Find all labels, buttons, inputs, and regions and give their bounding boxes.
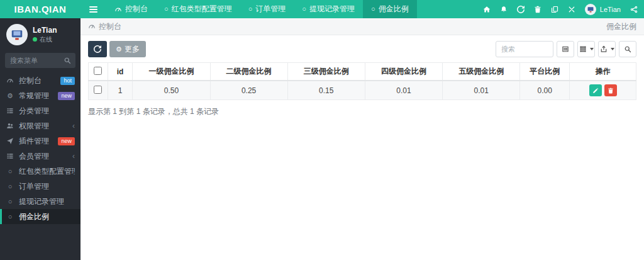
caret-down-icon [611,48,614,50]
sidebar-avatar [6,24,28,45]
sidebar-item-redpacket-config[interactable]: ○ 红包类型配置管理 [0,164,80,179]
search-icon [64,57,71,64]
user-avatar [585,4,596,15]
users-icon [6,122,14,130]
chevron-left-icon: ‹ [72,122,75,130]
list-icon [6,107,14,115]
table-search-input[interactable] [496,41,553,57]
cell-id: 1 [108,81,133,100]
sidebar-item-orders[interactable]: ○ 订单管理 [0,179,80,194]
paper-plane-icon [6,137,14,145]
page-title: 佣金比例 [606,21,636,32]
cell-level4-ratio: 0.01 [365,81,442,100]
column-header-level4[interactable]: 四级佣金比例 [365,63,442,81]
home-icon[interactable] [483,6,491,13]
dashboard-icon [114,6,122,13]
circle-icon: ○ [371,6,375,13]
sidebar-item-general[interactable]: ⚙ 常规管理 new [0,88,80,103]
sidebar-user-panel[interactable]: LeTian 在线 [0,18,80,52]
circle-icon: ○ [164,6,169,13]
main-content: 控制台 佣金比例 ⚙更多 id 一级佣金比例 [80,18,644,260]
top-tabs: 控制台 ○ 红包类型配置管理 ○ 订单管理 ○ 提现记录管理 ○ 佣金比例 [80,0,477,18]
sidebar-menu: 控制台 hot ⚙ 常规管理 new 分类管理 权限管理 ‹ 插件管理 new … [0,73,80,224]
column-header-actions: 操作 [570,63,636,81]
tab-label: 提现记录管理 [309,4,355,14]
table-row: 1 0.50 0.25 0.15 0.01 0.01 0.00 [89,81,636,100]
pagination-summary: 显示第 1 到第 1 条记录，总共 1 条记录 [88,106,636,117]
tab-commission-ratio[interactable]: ○ 佣金比例 [363,0,417,18]
sidebar-user-status: 在线 [33,35,57,44]
tab-label: 控制台 [125,4,148,14]
sidebar-item-members[interactable]: 会员管理 ‹ [0,149,80,164]
search-button[interactable] [619,41,636,57]
dashboard-icon [6,77,14,84]
share-icon[interactable] [630,6,638,13]
delete-button[interactable] [604,84,617,96]
dashboard-icon [88,23,96,30]
chevron-left-icon: ‹ [72,152,75,161]
menu-search [5,53,75,68]
sidebar: LeTian 在线 控制台 hot ⚙ 常规管理 new 分类管理 权限管理 ‹ [0,18,80,260]
trash-icon[interactable] [534,6,541,13]
cell-level1-ratio: 0.50 [133,81,210,100]
tab-dashboard[interactable]: 控制台 [106,0,156,18]
tab-label: 红包类型配置管理 [172,4,232,14]
online-dot-icon [33,37,37,42]
commission-table: id 一级佣金比例 二级佣金比例 三级佣金比例 四级佣金比例 五级佣金比例 平台… [88,62,636,100]
gears-icon: ⚙ [6,93,14,99]
topbar-actions: LeTian [477,0,644,18]
circle-icon: ○ [6,183,14,190]
edit-button[interactable] [589,84,602,96]
circle-icon: ○ [6,167,14,175]
tab-withdraw-records[interactable]: ○ 提现记录管理 [294,0,363,18]
circle-icon: ○ [248,6,253,13]
row-checkbox[interactable] [94,86,102,94]
caret-down-icon [590,48,594,50]
list-icon [6,152,14,160]
breadcrumb-label: 控制台 [99,21,121,32]
fullscreen-icon[interactable] [568,6,575,13]
breadcrumb: 控制台 佣金比例 [80,18,644,35]
sidebar-item-category[interactable]: 分类管理 [0,103,80,118]
app-logo: IBAN.QIAN [0,0,80,18]
column-header-level3[interactable]: 三级佣金比例 [287,63,365,81]
tab-orders[interactable]: ○ 订单管理 [240,0,294,18]
cell-platform-ratio: 0.00 [520,81,570,100]
cell-level3-ratio: 0.15 [287,81,365,100]
tab-redpacket-config[interactable]: ○ 红包类型配置管理 [156,0,240,18]
cell-level5-ratio: 0.01 [443,81,520,100]
sidebar-item-withdraw-records[interactable]: ○ 提现记录管理 [0,194,80,209]
more-button[interactable]: ⚙更多 [109,41,146,57]
sidebar-user-name: LeTian [33,26,57,35]
new-badge: new [58,92,75,100]
tab-label: 佣金比例 [379,4,409,14]
bell-icon[interactable] [500,6,508,13]
sidebar-item-commission-ratio[interactable]: ○ 佣金比例 [0,209,80,224]
copy-icon[interactable] [551,6,558,13]
column-header-platform[interactable]: 平台比例 [520,63,570,81]
cell-level2-ratio: 0.25 [210,81,287,100]
panel: ⚙更多 id 一级佣金比例 二级佣金比例 三级佣金比例 四级佣金比例 五 [80,35,644,123]
sidebar-item-permissions[interactable]: 权限管理 ‹ [0,118,80,133]
select-all-checkbox[interactable] [94,67,102,75]
hot-badge: hot [60,77,75,85]
refresh-icon[interactable] [517,6,525,13]
circle-icon: ○ [302,6,306,13]
sidebar-toggle-icon[interactable] [80,0,106,18]
sidebar-item-plugins[interactable]: 插件管理 new [0,133,80,149]
circle-icon: ○ [6,213,14,220]
columns-button[interactable] [577,41,595,57]
new-badge: new [58,137,75,145]
sidebar-item-dashboard[interactable]: 控制台 hot [0,73,80,88]
table-toolbar: ⚙更多 [88,41,636,57]
export-button[interactable] [598,41,616,57]
user-menu[interactable]: LeTian [585,4,621,15]
circle-icon: ○ [6,198,14,205]
column-header-id[interactable]: id [108,63,133,81]
user-name: LeTian [600,6,621,13]
column-header-level5[interactable]: 五级佣金比例 [443,63,520,81]
refresh-button[interactable] [88,41,107,57]
detail-view-button[interactable] [557,41,574,57]
column-header-level1[interactable]: 一级佣金比例 [133,63,210,81]
column-header-level2[interactable]: 二级佣金比例 [210,63,287,81]
